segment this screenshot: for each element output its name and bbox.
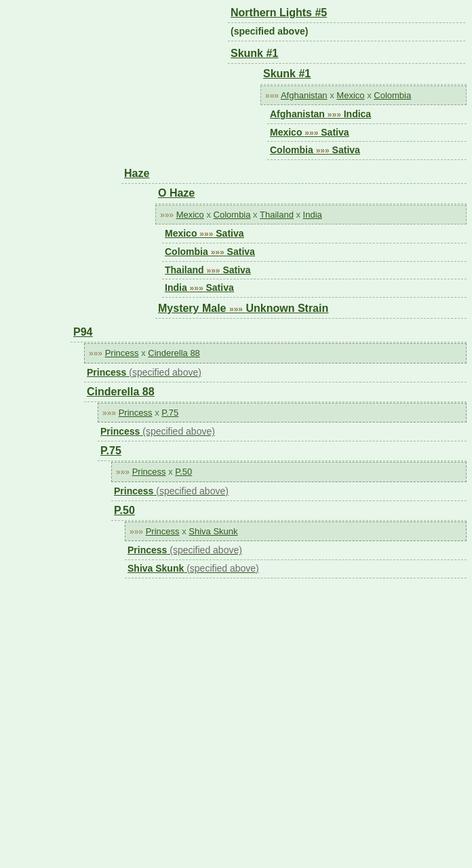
afghanistan-link[interactable]: Afghanistan xyxy=(281,90,328,100)
skunk1-parents-box: »»» Afghanistan x Mexico x Colombia xyxy=(260,85,467,106)
o-haze-arrow: »»» xyxy=(160,210,174,220)
princess4-link[interactable]: Princess xyxy=(146,526,180,536)
thailand-row: Thailand »»» Sativa xyxy=(162,262,467,280)
shiva-skunk-link[interactable]: Shiva Skunk xyxy=(189,526,237,536)
princess-specified1-label[interactable]: Princess (specified above) xyxy=(84,364,467,382)
princess-specified4-row: Princess (specified above) xyxy=(125,542,467,560)
india-row: India »»» Sativa xyxy=(162,279,467,298)
p50-section: P.50 »»» Princess x Shiva Skunk xyxy=(111,501,467,578)
colombia2-label[interactable]: Colombia »»» Sativa xyxy=(162,243,467,262)
shiva-skunk-row: Shiva Skunk (specified above) xyxy=(125,560,467,578)
princess-cinderella-box: »»» Princess x Cinderella 88 xyxy=(84,343,467,363)
cinderella88-link[interactable]: Cinderella 88 xyxy=(148,348,200,358)
cinderella88-label[interactable]: Cinderella 88 xyxy=(84,382,467,402)
colombia-link[interactable]: Colombia xyxy=(374,90,411,100)
skunk1-sub-section: Skunk #1 »»» Afghanistan x Mexico x Colo… xyxy=(260,64,467,160)
thailand-link[interactable]: Thailand xyxy=(260,210,294,220)
princess-p50-box: »»» Princess x P.50 xyxy=(111,462,467,482)
haze-section: Haze O Haze »»» Mexico x Colombia x Thai… xyxy=(121,164,467,319)
mexico-link[interactable]: Mexico xyxy=(336,90,364,100)
colombia-row: Colombia »»» Sativa xyxy=(267,142,467,160)
northern-lights-label[interactable]: Northern Lights #5 xyxy=(228,3,465,23)
p75-section: P.75 »»» Princess x P.50 Prin xyxy=(98,441,467,578)
o-haze-parents-box: »»» Mexico x Colombia x Thailand x India xyxy=(155,205,467,225)
princess-specified2-row: Princess (specified above) xyxy=(98,423,467,441)
p50-link[interactable]: P.50 xyxy=(175,467,192,477)
skunk1-parents-arrow: »»» xyxy=(265,91,279,100)
mexico-label[interactable]: Mexico »»» Sativa xyxy=(267,124,467,142)
mexico2-row: Mexico »»» Sativa xyxy=(162,225,467,243)
o-haze-label[interactable]: O Haze xyxy=(155,184,467,203)
princess-specified4-label[interactable]: Princess (specified above) xyxy=(125,542,467,560)
p75-label[interactable]: P.75 xyxy=(98,441,467,461)
princess-specified3-label[interactable]: Princess (specified above) xyxy=(111,483,467,501)
cinderella88-section: Cinderella 88 »»» Princess x P.75 Prince… xyxy=(84,382,467,578)
genealogy-tree: Northern Lights #5 (specified above) Sku… xyxy=(0,0,469,581)
mexico2-link[interactable]: Mexico xyxy=(176,210,204,220)
afghanistan-row: Afghanistan »»» Indica xyxy=(267,106,467,124)
princess-p75-section: »»» Princess x P.75 Princess (specified … xyxy=(98,403,467,578)
princess-specified2-label[interactable]: Princess (specified above) xyxy=(98,423,467,441)
mexico-row: Mexico »»» Sativa xyxy=(267,124,467,142)
princess-specified1-row: Princess (specified above) xyxy=(84,364,467,382)
mystery-male-row: Mystery Male »»» Unknown Strain xyxy=(155,299,467,319)
skunk1-top-row: Skunk #1 xyxy=(3,43,467,64)
pp75-arrow: »»» xyxy=(102,408,116,418)
haze-label[interactable]: Haze xyxy=(121,164,467,184)
northern-lights-row: Northern Lights #5 (specified above) xyxy=(3,3,467,42)
princess-p50-section: »»» Princess x P.50 Princess (specified … xyxy=(111,462,467,578)
pshiva-arrow: »»» xyxy=(130,527,143,536)
princess1-link[interactable]: Princess xyxy=(105,348,139,358)
shiva-skunk-label[interactable]: Shiva Skunk (specified above) xyxy=(125,560,467,578)
skunk1-sub-label[interactable]: Skunk #1 xyxy=(260,64,467,84)
p94-label[interactable]: P94 xyxy=(71,323,467,342)
thailand-label[interactable]: Thailand »»» Sativa xyxy=(162,262,467,280)
skunk1-top-label[interactable]: Skunk #1 xyxy=(228,44,465,64)
colombia2-link[interactable]: Colombia xyxy=(214,210,251,220)
princess-shiva-section: »»» Princess x Shiva Skunk Princess (spe… xyxy=(125,521,467,578)
mexico2-label[interactable]: Mexico »»» Sativa xyxy=(162,225,467,243)
india-link[interactable]: India xyxy=(303,210,322,220)
p94-section: P94 »»» Princess x Cinderella 88 Princes… xyxy=(71,323,467,578)
colombia2-row: Colombia »»» Sativa xyxy=(162,243,467,262)
p75-link[interactable]: P.75 xyxy=(161,408,178,418)
o-haze-section: O Haze »»» Mexico x Colombia x Thailand … xyxy=(155,184,467,297)
pc-arrow: »»» xyxy=(89,349,102,358)
pp50-arrow: »»» xyxy=(116,467,130,477)
princess-p75-box: »»» Princess x P.75 xyxy=(98,403,467,423)
princess-specified3-row: Princess (specified above) xyxy=(111,483,467,501)
afghanistan-label[interactable]: Afghanistan »»» Indica xyxy=(267,106,467,124)
colombia-label[interactable]: Colombia »»» Sativa xyxy=(267,142,467,160)
princess-cinderella-section: »»» Princess x Cinderella 88 Princess (s… xyxy=(84,343,467,578)
mystery-male-label[interactable]: Mystery Male »»» Unknown Strain xyxy=(155,299,467,319)
princess3-link[interactable]: Princess xyxy=(132,467,166,477)
india-label[interactable]: India »»» Sativa xyxy=(162,279,467,298)
northern-lights-note: (specified above) xyxy=(228,23,465,41)
p50-label[interactable]: P.50 xyxy=(111,501,467,521)
princess2-link[interactable]: Princess xyxy=(119,408,153,418)
princess-shiva-box: »»» Princess x Shiva Skunk xyxy=(125,521,467,542)
